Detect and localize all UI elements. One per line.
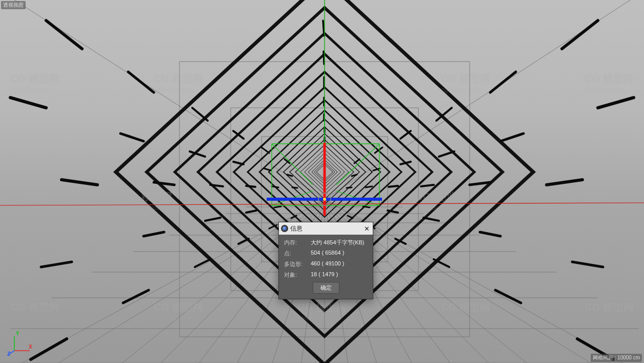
svg-line-67	[347, 187, 352, 188]
memory-label: 内存:	[284, 239, 311, 246]
memory-value: 大约 4854千字节(KB)	[311, 239, 368, 246]
svg-line-91	[324, 51, 324, 64]
svg-line-33	[10, 98, 46, 108]
svg-line-73	[495, 290, 521, 303]
grid-spacing-label: 网格间距 : 10000 cm	[591, 354, 642, 362]
svg-line-52	[547, 180, 582, 185]
dialog-body: 内存: 大约 4854千字节(KB) 点: 504 ( 65864 ) 多边形:…	[279, 235, 373, 299]
svg-line-32	[46, 21, 82, 49]
svg-line-2	[0, 199, 325, 363]
svg-line-76	[195, 259, 210, 267]
svg-line-1	[0, 199, 325, 363]
svg-line-50	[562, 21, 598, 49]
svg-line-71	[572, 262, 603, 267]
svg-line-70	[41, 262, 72, 267]
svg-line-46	[272, 186, 278, 187]
svg-line-42	[233, 162, 244, 164]
svg-line-53	[490, 72, 516, 92]
svg-line-44	[261, 147, 269, 153]
objects-value: 18 ( 1479 )	[311, 271, 368, 279]
axis-gizmo: Y X Z	[7, 330, 33, 356]
svg-line-61	[389, 186, 398, 187]
scene-canvas	[0, 0, 644, 363]
svg-text:Y: Y	[16, 331, 19, 336]
svg-line-78	[205, 218, 220, 221]
points-label: 点:	[284, 250, 311, 257]
svg-line-60	[400, 162, 411, 164]
svg-line-54	[500, 133, 524, 141]
svg-line-66	[352, 175, 357, 176]
svg-line-27	[0, 199, 325, 363]
svg-line-90	[323, 21, 324, 36]
svg-line-45	[264, 168, 271, 170]
svg-line-74	[144, 232, 164, 236]
svg-line-82	[246, 211, 256, 213]
svg-line-35	[128, 72, 154, 92]
points-value: 504 ( 65864 )	[311, 250, 368, 257]
svg-line-49	[292, 187, 297, 188]
ok-button[interactable]: 确定	[313, 282, 339, 294]
svg-line-43	[246, 186, 255, 187]
polygons-label: 多边形:	[284, 260, 311, 268]
svg-line-36	[120, 133, 144, 141]
svg-line-38	[192, 108, 208, 121]
svg-line-86	[274, 206, 281, 207]
objects-label: 对象:	[284, 271, 311, 279]
svg-line-59	[400, 131, 411, 139]
svg-line-34	[62, 180, 97, 185]
svg-line-37	[154, 182, 174, 185]
app-icon	[281, 225, 288, 232]
svg-line-51	[598, 98, 634, 108]
dialog-title-text: 信息	[290, 224, 360, 233]
svg-point-111	[323, 198, 326, 201]
svg-text:Z: Z	[7, 351, 10, 356]
svg-line-68	[31, 339, 67, 359]
info-dialog: 信息 ✕ 内存: 大约 4854千字节(KB) 点: 504 ( 65864 )…	[278, 222, 373, 299]
polygons-value: 460 ( 49100 )	[311, 260, 368, 268]
dialog-titlebar[interactable]: 信息 ✕	[279, 222, 373, 235]
svg-line-79	[424, 218, 439, 221]
svg-line-65	[354, 159, 359, 163]
close-button[interactable]: ✕	[363, 224, 371, 233]
viewport-label: 透视视图	[1, 1, 26, 9]
perspective-viewport[interactable]: CG 模型网cgmodel.com CG 模型网cgmodel.com CG 模…	[0, 0, 644, 363]
svg-line-57	[439, 151, 454, 157]
svg-line-58	[421, 185, 434, 186]
svg-line-64	[366, 186, 372, 187]
svg-line-75	[480, 232, 500, 236]
svg-line-87	[363, 206, 370, 207]
svg-text:X: X	[29, 344, 32, 350]
